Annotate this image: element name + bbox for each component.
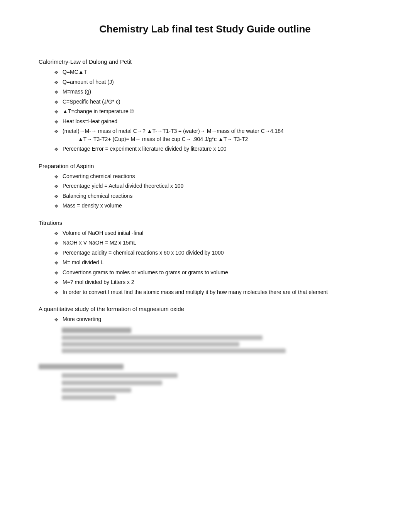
bullet-text: M= mol divided L [63, 258, 371, 267]
list-item: ❖ C=Specific heat (J/G* c) [54, 98, 371, 106]
list-item: ❖ NaOH x V NaOH = M2 x 15mL [54, 239, 371, 247]
bullet-diamond: ❖ [54, 193, 59, 201]
bullet-text: Percentage acidity = chemical reactions … [63, 249, 371, 257]
magnesium-list: ❖ More converting [54, 315, 371, 324]
bullet-diamond: ❖ [54, 88, 59, 96]
bullet-diamond: ❖ [54, 250, 59, 257]
bullet-text: Convertions grams to moles or volumes to… [63, 269, 371, 277]
blurred-content-1 [62, 328, 371, 353]
list-item: ❖ Volume of NaOH used initial -final [54, 229, 371, 238]
blurred-section2-heading [39, 364, 371, 369]
aspirin-heading: Preparation of Aspirin [39, 163, 371, 169]
list-item: ❖ Percentage Error = experiment x litera… [54, 145, 371, 153]
blurred-section2-content [62, 373, 371, 400]
calorimetry-section: Calorimetry-Law of Dulong and Petit ❖ Q=… [39, 58, 371, 153]
list-item: ❖ In order to convert I must find the at… [54, 288, 371, 297]
list-item: ❖ Mass = density x volume [54, 202, 371, 210]
list-item: ❖ Percentage acidity = chemical reaction… [54, 249, 371, 257]
bullet-diamond: ❖ [54, 289, 59, 297]
bullet-text: M=mass (g) [63, 88, 371, 96]
page-title: Chemistry Lab final test Study Guide out… [39, 23, 371, 35]
titrations-heading: Titrations [39, 219, 371, 226]
blurred-line [62, 328, 131, 333]
bullet-text: Mass = density x volume [63, 202, 371, 210]
bullet-text: Q=MC▲T [63, 68, 371, 76]
bullet-text: Heat loss=Heat gained [63, 117, 371, 126]
bullet-diamond: ❖ [54, 316, 59, 324]
bullet-diamond: ❖ [54, 128, 59, 136]
bullet-diamond: ❖ [54, 146, 59, 153]
list-item: ❖ Convertions grams to moles or volumes … [54, 269, 371, 277]
aspirin-section: Preparation of Aspirin ❖ Converting chem… [39, 163, 371, 210]
bullet-text: More converting [63, 315, 371, 323]
bullet-text: ▲T=change in temperature © [63, 107, 371, 116]
list-item: ❖ Q=MC▲T [54, 68, 371, 76]
titrations-list: ❖ Volume of NaOH used initial -final ❖ N… [54, 229, 371, 297]
calorimetry-list: ❖ Q=MC▲T ❖ Q=amount of heat (J) ❖ M=mass… [54, 68, 371, 153]
bullet-text: M=? mol divided by Litters x 2 [63, 278, 371, 286]
list-item: ❖ Balancing chemical reactions [54, 192, 371, 201]
aspirin-list: ❖ Converting chemical reactions ❖ Percen… [54, 172, 371, 210]
bullet-text: Percentage Error = experiment x literatu… [63, 145, 371, 153]
bullet-diamond: ❖ [54, 269, 59, 277]
magnesium-section: A quantitative study of the formation of… [39, 306, 371, 353]
bullet-text: (metal)→M-→ mass of metal C→? ▲T-→T1-T3 … [63, 127, 371, 143]
bullet-text: Volume of NaOH used initial -final [63, 229, 371, 237]
list-item: ❖ Percentage yield = Actual divided theo… [54, 182, 371, 190]
bullet-text: Percentage yield = Actual divided theore… [63, 182, 371, 190]
bullet-text: NaOH x V NaOH = M2 x 15mL [63, 239, 371, 247]
bullet-text: C=Specific heat (J/G* c) [63, 98, 371, 106]
blurred-section-2 [39, 364, 371, 400]
blurred-line [62, 335, 263, 340]
list-item: ❖ Converting chemical reactions [54, 172, 371, 181]
bullet-diamond: ❖ [54, 240, 59, 247]
list-item: ❖ M=? mol divided by Litters x 2 [54, 278, 371, 287]
list-item: ❖ Heat loss=Heat gained [54, 117, 371, 126]
bullet-diamond: ❖ [54, 108, 59, 116]
bullet-diamond: ❖ [54, 79, 59, 87]
list-item: ❖ (metal)→M-→ mass of metal C→? ▲T-→T1-T… [54, 127, 371, 143]
list-item: ❖ More converting [54, 315, 371, 324]
blurred-line [62, 342, 239, 347]
list-item: ❖ M=mass (g) [54, 88, 371, 96]
bullet-diamond: ❖ [54, 183, 59, 190]
bullet-text: In order to convert I must find the atom… [63, 288, 371, 296]
calorimetry-heading: Calorimetry-Law of Dulong and Petit [39, 58, 371, 65]
bullet-diamond: ❖ [54, 118, 59, 126]
bullet-text: Q=amount of heat (J) [63, 78, 371, 86]
bullet-diamond: ❖ [54, 259, 59, 267]
bullet-text: Converting chemical reactions [63, 172, 371, 180]
bullet-diamond: ❖ [54, 230, 59, 238]
list-item: ❖ ▲T=change in temperature © [54, 107, 371, 116]
list-item: ❖ M= mol divided L [54, 258, 371, 267]
blurred-line [62, 348, 286, 353]
list-item: ❖ Q=amount of heat (J) [54, 78, 371, 87]
bullet-text: Balancing chemical reactions [63, 192, 371, 200]
bullet-diamond: ❖ [54, 99, 59, 106]
magnesium-heading: A quantitative study of the formation of… [39, 306, 371, 312]
bullet-diamond: ❖ [54, 279, 59, 287]
bullet-diamond: ❖ [54, 69, 59, 76]
titrations-section: Titrations ❖ Volume of NaOH used initial… [39, 219, 371, 297]
bullet-diamond: ❖ [54, 173, 59, 181]
bullet-diamond: ❖ [54, 202, 59, 210]
